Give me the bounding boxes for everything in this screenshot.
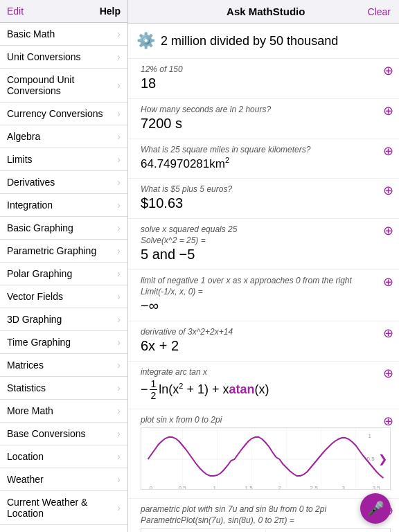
chevron-right-icon: › xyxy=(117,131,121,142)
sidebar-item-location[interactable]: Location› xyxy=(0,445,127,468)
chevron-right-icon: › xyxy=(117,291,121,302)
sidebar-item-label: Unit Conversions xyxy=(7,51,81,62)
chevron-right-icon: › xyxy=(117,28,121,39)
expand-icon[interactable]: ⊕ xyxy=(383,366,393,381)
chart-container-parametric: -4.5 -3.5 -2.5 -1.5 -1 0.5 1 1.5 2 3 4.5… xyxy=(128,525,399,532)
answer-result: 7200 s xyxy=(128,114,399,136)
expand-icon[interactable]: ⊕ xyxy=(383,143,393,159)
parametric-chart: -4.5 -3.5 -2.5 -1.5 -1 0.5 1 1.5 2 3 4.5… xyxy=(141,529,390,532)
answer-query: How many seconds are in 2 hours? xyxy=(128,102,399,114)
expand-icon[interactable]: ⊕ xyxy=(383,63,393,78)
sidebar-item-label: Integration xyxy=(7,200,53,211)
expand-icon[interactable]: ⊕ xyxy=(383,103,393,118)
sidebar-item-label: Basic Math xyxy=(7,28,55,39)
expand-icon[interactable]: ⊕ xyxy=(383,274,393,290)
answer-query: 12% of 150 xyxy=(128,62,399,74)
sidebar-item-integration[interactable]: Integration› xyxy=(0,194,127,217)
sidebar-item-time-graphing[interactable]: Time Graphing› xyxy=(0,331,127,354)
svg-text:1: 1 xyxy=(213,485,217,490)
gear-icon: ⚙️ xyxy=(136,32,155,50)
answer-result: 5 and −5 xyxy=(128,245,399,267)
svg-text:0.5: 0.5 xyxy=(179,485,187,490)
sidebar-item-label: Limits xyxy=(7,154,33,165)
chart-container-sin: 0 0.5 1 1.5 2 2.5 3 3.5 0.5 1 ❯ xyxy=(128,425,399,495)
sidebar-item-currency-conversions[interactable]: Currency Conversions› xyxy=(0,103,127,125)
sidebar-item-label: Location xyxy=(7,451,44,462)
expand-icon[interactable]: ⊕ xyxy=(383,183,393,198)
sidebar-item-algebra[interactable]: Algebra› xyxy=(0,125,127,148)
answer-block: ⊕ What is 25 square miles in square kilo… xyxy=(128,139,399,179)
answer-block-parametric: ⊕ parametric plot with sin 7u and sin 8u… xyxy=(128,499,399,532)
svg-text:3.5: 3.5 xyxy=(373,485,381,490)
svg-text:3: 3 xyxy=(342,485,346,490)
sidebar-item-matrices[interactable]: Matrices› xyxy=(0,354,127,377)
sin-chart: 0 0.5 1 1.5 2 2.5 3 3.5 0.5 1 xyxy=(141,428,390,490)
svg-text:1: 1 xyxy=(369,433,372,439)
chevron-right-icon: › xyxy=(117,154,121,165)
chevron-right-icon: › xyxy=(117,268,121,279)
svg-text:0.5: 0.5 xyxy=(367,456,375,462)
sidebar-item-statistics[interactable]: Statistics› xyxy=(0,377,127,400)
answer-block: ⊕ How many seconds are in 2 hours? 7200 … xyxy=(128,99,399,139)
sidebar-item-label: Weather xyxy=(7,474,44,485)
chevron-right-icon: › xyxy=(117,200,121,211)
expand-icon[interactable]: ⊕ xyxy=(383,223,393,238)
chevron-right-icon: › xyxy=(117,382,121,393)
sidebar-item-label: Time Graphing xyxy=(7,337,71,348)
answer-query: limit of negative 1 over x as x approach… xyxy=(128,273,399,285)
sidebar-item-parametric-graphing[interactable]: Parametric Graphing› xyxy=(0,240,127,263)
answer-subquery: Solve(x^2 = 25) = xyxy=(128,234,399,245)
chart-box-parametric: -4.5 -3.5 -2.5 -1.5 -1 0.5 1 1.5 2 3 4.5… xyxy=(141,528,391,532)
sidebar-item-current-weather-&-location[interactable]: Current Weather & Location› xyxy=(0,491,127,525)
sidebar-item-limits[interactable]: Limits› xyxy=(0,148,127,171)
chevron-right-icon: › xyxy=(117,474,121,485)
sidebar-item-basic-math[interactable]: Basic Math› xyxy=(0,23,127,46)
parametric-label: ParametricPlot(sin(7u), sin(8u), 0 to 2π… xyxy=(128,514,399,525)
chevron-right-icon: › xyxy=(117,502,121,513)
sidebar-item-more-math[interactable]: More Math› xyxy=(0,400,127,423)
sidebar-item-stocks[interactable]: Stocks› xyxy=(0,525,127,532)
chevron-right-icon: › xyxy=(117,405,121,416)
sidebar-item-unit-conversions[interactable]: Unit Conversions› xyxy=(0,46,127,69)
sidebar-item-label: Polar Graphing xyxy=(7,268,72,279)
answer-query: parametric plot with sin 7u and sin 8u f… xyxy=(128,502,399,514)
answer-result: −∞ xyxy=(128,296,399,318)
sidebar-items-list: Basic Math›Unit Conversions›Compound Uni… xyxy=(0,23,127,532)
sidebar-item-basic-graphing[interactable]: Basic Graphing› xyxy=(0,217,127,240)
answer-block: ⊕ limit of negative 1 over x as x approa… xyxy=(128,270,399,321)
sidebar-item-label: Statistics xyxy=(7,382,46,393)
edit-button[interactable]: Edit xyxy=(7,6,24,17)
answer-query: What is $5 plus 5 euros? xyxy=(128,181,399,194)
main-header: Ask MathStudio Clear xyxy=(128,0,399,24)
chevron-right-icon: › xyxy=(117,80,121,91)
sidebar-item-3d-graphing[interactable]: 3D Graphing› xyxy=(0,308,127,331)
answer-block-sin-plot: ⊕ plot sin x from 0 to 2pi xyxy=(128,409,399,499)
sidebar-item-derivatives[interactable]: Derivatives› xyxy=(0,171,127,194)
chevron-right-icon: › xyxy=(117,245,121,256)
sidebar-item-base-conversions[interactable]: Base Conversions› xyxy=(0,423,127,445)
sidebar-item-compound-unit-conversions[interactable]: Compound Unit Conversions› xyxy=(0,69,127,103)
answer-result: 18 xyxy=(128,74,399,96)
sidebar-item-label: Basic Graphing xyxy=(7,222,73,233)
answer-block: ⊕ What is $5 plus 5 euros? $10.63 xyxy=(128,179,399,219)
expand-icon[interactable]: ⊕ xyxy=(383,326,393,341)
chart-arrow-sin[interactable]: ❯ xyxy=(378,452,387,466)
answer-query: plot sin x from 0 to 2pi xyxy=(128,412,399,425)
sidebar-item-polar-graphing[interactable]: Polar Graphing› xyxy=(0,263,127,285)
svg-text:2.5: 2.5 xyxy=(310,485,319,490)
answer-block: ⊕ 12% of 150 18 xyxy=(128,59,399,99)
clear-button[interactable]: Clear xyxy=(368,6,391,17)
sidebar-item-label: Vector Fields xyxy=(7,291,63,302)
sidebar-item-label: Currency Conversions xyxy=(7,108,103,119)
sidebar-item-weather[interactable]: Weather› xyxy=(0,468,127,491)
sidebar-item-label: Compound Unit Conversions xyxy=(7,74,117,96)
answer-query: solve x squared equals 25 xyxy=(128,222,399,234)
sidebar-item-label: Current Weather & Location xyxy=(7,497,117,519)
sidebar-item-vector-fields[interactable]: Vector Fields› xyxy=(0,285,127,308)
chevron-right-icon: › xyxy=(117,222,121,233)
svg-text:1.5: 1.5 xyxy=(245,485,254,490)
chevron-right-icon: › xyxy=(117,451,121,462)
sidebar-item-label: Base Conversions xyxy=(7,428,86,439)
mic-button[interactable]: 🎤 xyxy=(360,493,391,524)
sidebar-item-label: Parametric Graphing xyxy=(7,245,96,256)
